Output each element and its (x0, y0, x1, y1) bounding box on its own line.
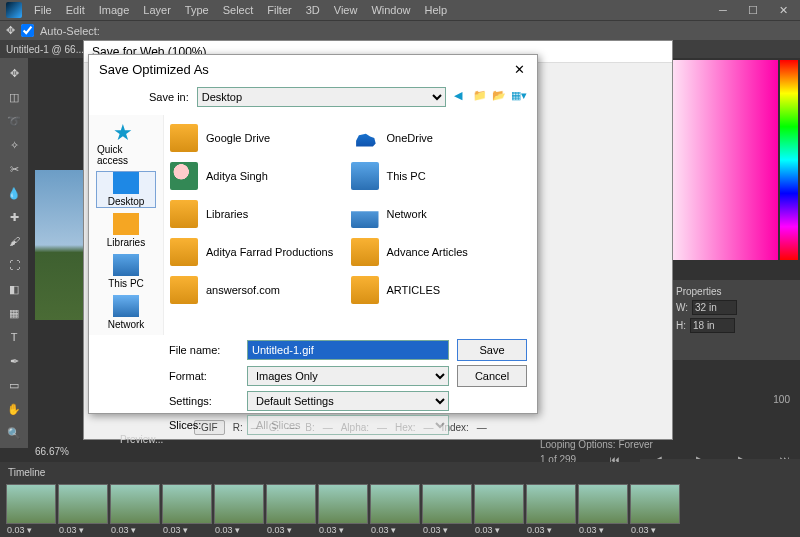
menu-image[interactable]: Image (93, 2, 136, 18)
file-item[interactable]: answersof.com (170, 271, 351, 309)
menu-edit[interactable]: Edit (60, 2, 91, 18)
frame-time[interactable]: 0.03 ▾ (59, 525, 84, 535)
shape-tool[interactable]: ▭ (0, 374, 28, 396)
timeline-frame[interactable]: 0.03 ▾ (58, 484, 108, 524)
hue-slider[interactable] (780, 60, 798, 260)
autoselect-check[interactable] (21, 24, 34, 37)
file-item[interactable]: ARTICLES (351, 271, 532, 309)
place-libraries[interactable]: Libraries (96, 212, 156, 249)
height-input[interactable] (690, 318, 735, 333)
frame-time[interactable]: 0.03 ▾ (475, 525, 500, 535)
menu-filter[interactable]: Filter (261, 2, 297, 18)
menu-window[interactable]: Window (365, 2, 416, 18)
zoom-level[interactable]: 66.67% (35, 446, 69, 457)
frame-time[interactable]: 0.03 ▾ (163, 525, 188, 535)
frame-time[interactable]: 0.03 ▾ (111, 525, 136, 535)
pen-tool[interactable]: ✒ (0, 350, 28, 372)
frame-time[interactable]: 0.03 ▾ (7, 525, 32, 535)
timeline-frame[interactable]: 0.03 ▾ (110, 484, 160, 524)
up-icon[interactable]: 📁 (473, 89, 489, 105)
file-item[interactable]: Network (351, 195, 532, 233)
file-item[interactable]: Advance Articles (351, 233, 532, 271)
marquee-tool[interactable]: ◫ (0, 86, 28, 108)
place-thispc[interactable]: This PC (96, 253, 156, 290)
file-item[interactable]: Aditya Farrad Productions (170, 233, 351, 271)
folder-icon (351, 124, 379, 152)
filename-label: File name: (169, 344, 239, 356)
menu-select[interactable]: Select (217, 2, 260, 18)
dialog-close-button[interactable]: ✕ (511, 61, 527, 77)
timeline-frame[interactable]: 0.03 ▾ (6, 484, 56, 524)
timeline-frame[interactable]: 0.03 ▾ (630, 484, 680, 524)
timeline-frame[interactable]: 0.03 ▾ (370, 484, 420, 524)
place-desktop[interactable]: Desktop (96, 171, 156, 208)
zoom-tool[interactable]: 🔍 (0, 422, 28, 444)
heal-tool[interactable]: ✚ (0, 206, 28, 228)
eraser-tool[interactable]: ◧ (0, 278, 28, 300)
frame-time[interactable]: 0.03 ▾ (319, 525, 344, 535)
dialog-title: Save Optimized As (99, 62, 209, 77)
options-bar: ✥ Auto-Select: (0, 20, 800, 40)
minimize-button[interactable]: ─ (708, 0, 738, 20)
menu-layer[interactable]: Layer (137, 2, 177, 18)
menu-type[interactable]: Type (179, 2, 215, 18)
timeline-panel: Timeline 0.03 ▾0.03 ▾0.03 ▾0.03 ▾0.03 ▾0… (0, 462, 800, 537)
frame-time[interactable]: 0.03 ▾ (579, 525, 604, 535)
lasso-tool[interactable]: ➰ (0, 110, 28, 132)
move-tool-icon[interactable]: ✥ (6, 24, 15, 37)
filename-input[interactable] (247, 340, 449, 360)
stamp-tool[interactable]: ⛶ (0, 254, 28, 276)
frame-time[interactable]: 0.03 ▾ (423, 525, 448, 535)
file-name: OneDrive (387, 132, 433, 144)
crop-tool[interactable]: ✂ (0, 158, 28, 180)
menu-help[interactable]: Help (419, 2, 454, 18)
frame-time[interactable]: 0.03 ▾ (267, 525, 292, 535)
menu-3d[interactable]: 3D (300, 2, 326, 18)
save-button[interactable]: Save (457, 339, 527, 361)
menu-file[interactable]: File (28, 2, 58, 18)
timeline-frame[interactable]: 0.03 ▾ (162, 484, 212, 524)
gradient-tool[interactable]: ▦ (0, 302, 28, 324)
timeline-frame[interactable]: 0.03 ▾ (318, 484, 368, 524)
file-item[interactable]: Aditya Singh (170, 157, 351, 195)
format-select[interactable]: Images Only (247, 366, 449, 386)
properties-tab[interactable]: Properties (676, 286, 794, 297)
width-input[interactable] (692, 300, 737, 315)
wand-tool[interactable]: ✧ (0, 134, 28, 156)
timeline-frame[interactable]: 0.03 ▾ (422, 484, 472, 524)
close-button[interactable]: ✕ (768, 0, 798, 20)
frame-time[interactable]: 0.03 ▾ (631, 525, 656, 535)
color-picker[interactable] (658, 60, 778, 260)
menu-view[interactable]: View (328, 2, 364, 18)
timeline-frame[interactable]: 0.03 ▾ (266, 484, 316, 524)
settings-select[interactable]: Default Settings (247, 391, 449, 411)
viewmenu-icon[interactable]: ▦▾ (511, 89, 527, 105)
frame-time[interactable]: 0.03 ▾ (371, 525, 396, 535)
timeline-frame[interactable]: 0.03 ▾ (526, 484, 576, 524)
frame-time[interactable]: 0.03 ▾ (215, 525, 240, 535)
file-item[interactable]: Google Drive (170, 119, 351, 157)
type-tool[interactable]: T (0, 326, 28, 348)
timeline-frame[interactable]: 0.03 ▾ (578, 484, 628, 524)
file-item[interactable]: OneDrive (351, 119, 532, 157)
hand-tool[interactable]: ✋ (0, 398, 28, 420)
move-tool[interactable]: ✥ (0, 62, 28, 84)
timeline-tab[interactable]: Timeline (8, 467, 45, 478)
brush-tool[interactable]: 🖌 (0, 230, 28, 252)
timeline-frame[interactable]: 0.03 ▾ (214, 484, 264, 524)
back-icon[interactable]: ◀ (454, 89, 470, 105)
file-list[interactable]: Google DriveOneDriveAditya SinghThis PCL… (164, 115, 537, 335)
file-item[interactable]: Libraries (170, 195, 351, 233)
timeline-frame[interactable]: 0.03 ▾ (474, 484, 524, 524)
place-network[interactable]: Network (96, 294, 156, 331)
eyedropper-tool[interactable]: 💧 (0, 182, 28, 204)
frame-strip[interactable]: 0.03 ▾0.03 ▾0.03 ▾0.03 ▾0.03 ▾0.03 ▾0.03… (0, 482, 800, 526)
folder-icon (170, 200, 198, 228)
savein-select[interactable]: Desktop (197, 87, 446, 107)
frame-time[interactable]: 0.03 ▾ (527, 525, 552, 535)
maximize-button[interactable]: ☐ (738, 0, 768, 20)
cancel-button[interactable]: Cancel (457, 365, 527, 387)
place-quickaccess[interactable]: ★Quick access (96, 119, 156, 167)
newfolder-icon[interactable]: 📂 (492, 89, 508, 105)
file-item[interactable]: This PC (351, 157, 532, 195)
